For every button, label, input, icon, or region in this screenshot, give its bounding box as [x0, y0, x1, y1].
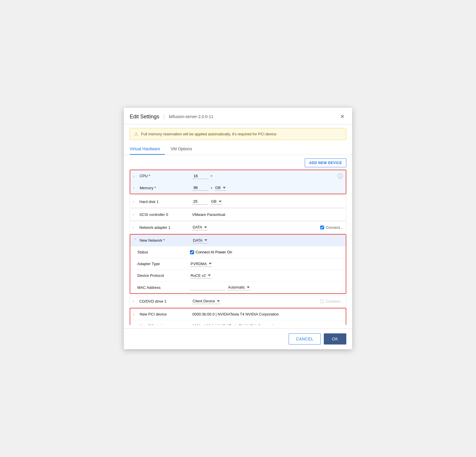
cpu-expand-icon[interactable]: › — [133, 174, 137, 178]
new-network-select[interactable]: DATA — [192, 238, 208, 243]
cd-dvd-connect-label: Connect... — [326, 299, 343, 303]
network-adapter-connect-label: Connect... — [326, 225, 343, 230]
ok-button[interactable]: OK — [324, 333, 346, 345]
connect-power-on-wrap: Connect At Power On — [190, 250, 232, 254]
cpu-label: CPU * — [140, 174, 192, 178]
adapter-type-select[interactable]: PVRDMA — [190, 261, 212, 267]
pci-label-1: New PCI device — [140, 324, 192, 325]
scsi-value: VMware Paravirtual — [192, 212, 225, 217]
memory-label: Memory * — [140, 186, 192, 190]
cpu-memory-section: › CPU * ▾ i › Memory * ▾ GB — [130, 170, 346, 194]
warning-icon: ⚠ — [134, 131, 138, 137]
adapter-type-label: Adapter Type — [137, 262, 190, 266]
connect-power-on-checkbox[interactable] — [190, 250, 194, 254]
device-protocol-value-container: RoCE v2 — [190, 273, 343, 279]
cd-dvd-section: › CD/DVD drive 1 Client Device Connect..… — [130, 295, 346, 307]
network-adapter-expand-icon[interactable]: › — [133, 226, 137, 229]
network-adapter-connect: Connect... — [320, 225, 343, 230]
warning-text: Full memory reservation will be applied … — [141, 132, 276, 136]
pci-value-1: 0000:af:00.0 | NVIDIATesla T4 NVIDIA Cor… — [192, 324, 343, 325]
memory-input[interactable] — [192, 185, 208, 191]
mac-address-label: MAC Address — [137, 285, 190, 290]
device-protocol-row: Device Protocol RoCE v2 — [130, 270, 346, 282]
cd-dvd-label: CD/DVD drive 1 — [139, 299, 192, 303]
mac-address-mode-select[interactable]: Automatic Manual — [227, 284, 250, 290]
cd-dvd-expand-icon[interactable]: › — [133, 299, 137, 303]
pci-value-text-0: 0000:3b:00.0 | NVIDIATesla T4 NVIDIA Cor… — [192, 312, 279, 316]
cd-dvd-connect: Connect... — [320, 299, 343, 303]
cpu-input[interactable] — [192, 173, 208, 179]
pci-label-0: New PCI device — [140, 312, 192, 316]
scsi-label: SCSI controller 0 — [139, 212, 192, 217]
tab-virtual-hardware[interactable]: Virtual Hardware — [130, 144, 165, 155]
edit-settings-dialog: Edit Settings bitfusion-server-2.0.0-11 … — [124, 108, 352, 349]
hard-disk-row: › Hard disk 1 GB MB — [130, 196, 346, 207]
pci-device-row-0: › New PCI device 0000:3b:00.0 | NVIDIATe… — [130, 308, 346, 320]
device-protocol-select[interactable]: RoCE v2 — [190, 273, 211, 279]
tab-vm-options[interactable]: VM Options — [171, 144, 197, 155]
new-network-label: New Network * — [140, 238, 192, 243]
network-adapter-select[interactable]: DATA — [192, 224, 208, 230]
adapter-type-value-container: PVRDMA — [190, 261, 343, 267]
close-button[interactable]: ✕ — [338, 112, 346, 121]
dialog-header: Edit Settings bitfusion-server-2.0.0-11 … — [124, 108, 352, 125]
cpu-value-container: ▾ — [192, 173, 338, 179]
network-adapter-value-container: DATA — [192, 224, 320, 230]
memory-expand-icon[interactable]: › — [133, 186, 137, 190]
mac-address-value-container: Automatic Manual — [190, 284, 343, 290]
connect-power-on-label: Connect At Power On — [196, 250, 232, 254]
network-adapter-section: › Network adapter 1 DATA Connect... — [130, 221, 346, 233]
memory-value-container: ▾ GB MB — [192, 185, 343, 191]
status-value-container: Connect At Power On — [190, 250, 343, 254]
status-label: Status — [137, 250, 190, 254]
mac-address-input[interactable] — [190, 284, 225, 290]
hard-disk-section: › Hard disk 1 GB MB — [130, 195, 346, 208]
memory-amount-dropdown-icon[interactable]: ▾ — [211, 186, 212, 190]
hard-disk-label: Hard disk 1 — [139, 199, 192, 204]
hard-disk-unit-select[interactable]: GB MB — [210, 199, 222, 204]
warning-banner: ⚠ Full memory reservation will be applie… — [130, 128, 346, 140]
cd-dvd-connect-checkbox[interactable] — [320, 299, 324, 303]
hard-disk-expand-icon[interactable]: › — [133, 200, 137, 203]
pci-value-text-1: 0000:af:00.0 | NVIDIATesla T4 NVIDIA Cor… — [192, 324, 278, 325]
pci-expand-icon-0[interactable]: › — [133, 313, 137, 316]
dialog-footer: CANCEL OK — [124, 328, 352, 349]
cd-dvd-row: › CD/DVD drive 1 Client Device Connect..… — [130, 295, 346, 307]
network-adapter-connect-checkbox[interactable] — [320, 226, 324, 229]
scsi-value-container: VMware Paravirtual — [192, 212, 343, 217]
pci-value-0: 0000:3b:00.0 | NVIDIATesla T4 NVIDIA Cor… — [192, 312, 343, 316]
scsi-expand-icon[interactable]: › — [133, 213, 137, 216]
pci-device-row-1: › New PCI device 0000:af:00.0 | NVIDIATe… — [130, 320, 346, 325]
pci-devices-section: › New PCI device 0000:3b:00.0 | NVIDIATe… — [130, 308, 346, 325]
device-protocol-label: Device Protocol — [137, 273, 190, 278]
pci-expand-icon-1[interactable]: › — [133, 324, 137, 325]
dialog-title: Edit Settings — [130, 114, 159, 120]
tabs-container: Virtual Hardware VM Options — [124, 144, 352, 155]
cpu-info-icon[interactable]: i — [338, 173, 343, 179]
cd-dvd-select[interactable]: Client Device — [192, 298, 220, 304]
network-adapter-row: › Network adapter 1 DATA Connect... — [130, 221, 346, 233]
cd-dvd-value-container: Client Device — [192, 298, 320, 304]
network-adapter-label: Network adapter 1 — [139, 225, 192, 230]
new-network-status-row: Status Connect At Power On — [130, 246, 346, 258]
memory-row: › Memory * ▾ GB MB — [130, 182, 346, 194]
new-network-header-row: › New Network * DATA — [130, 235, 346, 246]
hard-disk-input[interactable] — [192, 199, 208, 204]
add-new-device-button[interactable]: ADD NEW DEVICE — [305, 158, 346, 167]
cancel-button[interactable]: CANCEL — [289, 333, 321, 345]
memory-unit-select[interactable]: GB MB — [215, 185, 226, 191]
new-network-section: › New Network * DATA Status Connect At P… — [130, 234, 346, 294]
new-network-value-container: DATA — [192, 238, 343, 243]
scsi-row: › SCSI controller 0 VMware Paravirtual — [130, 209, 346, 220]
mac-address-row: MAC Address Automatic Manual — [130, 282, 346, 293]
dialog-subtitle: bitfusion-server-2.0.0-11 — [169, 114, 213, 119]
adapter-type-row: Adapter Type PVRDMA — [130, 258, 346, 270]
dialog-body: ADD NEW DEVICE › CPU * ▾ i › Memory * — [124, 155, 352, 325]
scsi-section: › SCSI controller 0 VMware Paravirtual — [130, 208, 346, 221]
cpu-dropdown-icon[interactable]: ▾ — [211, 174, 212, 178]
add-device-row: ADD NEW DEVICE — [130, 158, 346, 167]
hard-disk-value-container: GB MB — [192, 199, 343, 204]
new-network-expand-icon[interactable]: › — [133, 238, 137, 243]
cpu-row: › CPU * ▾ i — [130, 170, 346, 182]
header-divider — [164, 114, 164, 120]
